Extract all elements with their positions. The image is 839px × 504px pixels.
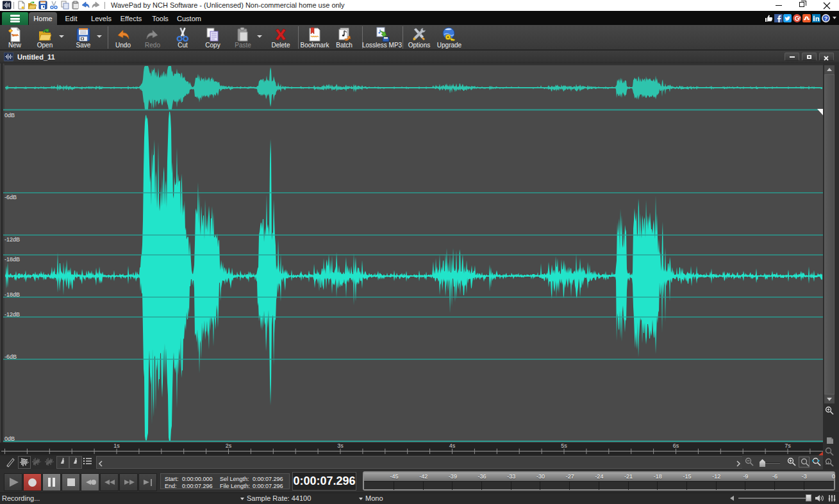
svg-text:1s: 1s — [113, 443, 120, 449]
svg-text:7s: 7s — [785, 443, 791, 449]
svg-text:5s: 5s — [561, 443, 567, 449]
svg-text:-18dB: -18dB — [4, 256, 20, 263]
svg-text:-6dB: -6dB — [4, 194, 17, 200]
svg-text:2s: 2s — [226, 443, 232, 449]
svg-text:?: ? — [824, 15, 828, 22]
svg-text:-12dB: -12dB — [4, 311, 20, 318]
svg-text:4s: 4s — [449, 443, 456, 449]
svg-text:0dB: 0dB — [4, 112, 15, 118]
svg-text:3s: 3s — [337, 443, 344, 449]
svg-text:-12dB: -12dB — [4, 236, 20, 243]
svg-text:-18dB: -18dB — [4, 291, 20, 298]
svg-text:0dB: 0dB — [4, 435, 15, 442]
svg-text:6s: 6s — [673, 443, 679, 449]
svg-text:-6dB: -6dB — [4, 354, 17, 360]
